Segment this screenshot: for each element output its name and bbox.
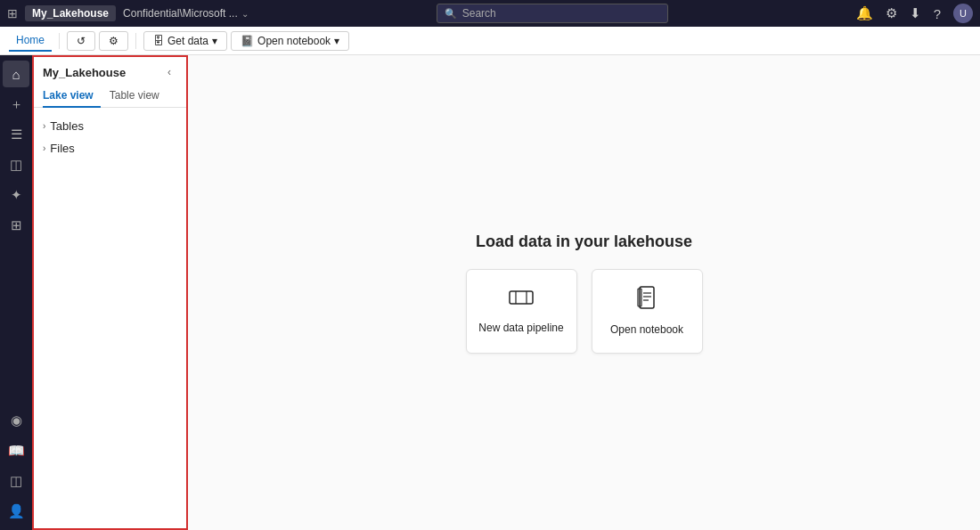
avatar[interactable]: U — [953, 4, 973, 23]
notebook-icon — [636, 286, 657, 314]
grid-icon[interactable]: ⊞ — [7, 6, 18, 20]
sidebar-panel: My_Lakehouse ‹ Lake view Table view › Ta… — [32, 55, 188, 530]
nav-home[interactable]: ⌂ — [3, 61, 29, 87]
nav-apps[interactable]: ⊞ — [3, 212, 29, 239]
breadcrumb: Confidential\Microsoft ... ⌄ — [123, 7, 249, 20]
open-notebook-card[interactable]: Open notebook — [592, 269, 703, 354]
content-area: Load data in your lakehouse New data pip… — [188, 55, 980, 530]
files-label: Files — [50, 142, 74, 155]
open-notebook-chevron-icon: ▾ — [334, 35, 339, 47]
pipeline-icon — [509, 288, 534, 313]
nav-learn[interactable]: 📖 — [3, 437, 29, 464]
svg-rect-0 — [510, 291, 533, 304]
sidebar-header: My_Lakehouse ‹ — [34, 57, 186, 84]
sidebar-tabs: Lake view Table view — [34, 84, 186, 108]
sidebar-item-files[interactable]: › Files — [39, 137, 181, 159]
nav-browse[interactable]: ☰ — [3, 121, 29, 148]
new-data-pipeline-card[interactable]: New data pipeline — [466, 269, 577, 354]
nav-create[interactable]: ＋ — [3, 91, 29, 118]
tables-label: Tables — [50, 119, 84, 133]
get-data-label: Get data — [167, 35, 208, 47]
top-bar-icons: 🔔 ⚙ ⬇ ? U — [856, 4, 973, 23]
nav-workload[interactable]: ◫ — [3, 468, 29, 494]
open-notebook-card-label: Open notebook — [610, 323, 683, 336]
search-placeholder: Search — [462, 7, 496, 20]
search-bar[interactable]: 🔍 Search — [437, 4, 668, 23]
settings-icon[interactable]: ⚙ — [886, 5, 897, 21]
get-data-chevron-icon: ▾ — [212, 35, 217, 47]
nav-discover[interactable]: ✦ — [3, 182, 29, 208]
nav-people[interactable]: 👤 — [3, 498, 29, 525]
ribbon-separator — [59, 33, 60, 49]
sidebar-title: My_Lakehouse — [43, 66, 126, 79]
open-notebook-icon: 📓 — [241, 35, 254, 47]
left-nav: ⌂ ＋ ☰ ◫ ✦ ⊞ ◉ 📖 ◫ 👤 — [0, 55, 32, 530]
app-title[interactable]: My_Lakehouse — [25, 5, 116, 21]
ribbon-separator-2 — [135, 33, 136, 49]
tab-table-view[interactable]: Table view — [110, 85, 167, 108]
ribbon-bar: Home ↺ ⚙ 🗄 Get data ▾ 📓 Open notebook ▾ — [0, 27, 980, 55]
files-chevron-icon: › — [43, 143, 45, 153]
bell-icon[interactable]: 🔔 — [856, 5, 873, 21]
refresh-button[interactable]: ↺ — [67, 31, 95, 51]
sidebar-close-button[interactable]: ‹ — [161, 64, 177, 80]
tab-lake-view[interactable]: Lake view — [43, 85, 101, 108]
breadcrumb-chevron-icon[interactable]: ⌄ — [241, 9, 249, 19]
sidebar-item-tables[interactable]: › Tables — [39, 115, 181, 137]
top-bar: ⊞ My_Lakehouse Confidential\Microsoft ..… — [0, 0, 980, 27]
settings-button[interactable]: ⚙ — [99, 31, 128, 51]
tables-chevron-icon: › — [43, 121, 45, 131]
new-data-pipeline-label: New data pipeline — [478, 322, 563, 334]
get-data-icon: 🗄 — [153, 35, 164, 47]
help-icon[interactable]: ? — [934, 6, 941, 21]
nav-workspaces[interactable]: ◫ — [3, 151, 29, 178]
main-area: ⌂ ＋ ☰ ◫ ✦ ⊞ ◉ 📖 ◫ 👤 My_Lakehouse ‹ Lake … — [0, 55, 980, 530]
tab-home[interactable]: Home — [9, 30, 52, 52]
breadcrumb-text: Confidential\Microsoft ... — [123, 7, 238, 20]
sidebar-content: › Tables › Files — [34, 108, 186, 528]
open-notebook-button[interactable]: 📓 Open notebook ▾ — [231, 31, 349, 51]
open-notebook-label: Open notebook — [257, 35, 331, 47]
download-icon[interactable]: ⬇ — [910, 5, 921, 21]
nav-monitoring[interactable]: ◉ — [3, 407, 29, 434]
search-icon: 🔍 — [445, 8, 457, 20]
get-data-button[interactable]: 🗄 Get data ▾ — [143, 31, 227, 51]
cards-row: New data pipeline Open notebook — [466, 269, 703, 354]
content-title: Load data in your lakehouse — [476, 232, 692, 251]
